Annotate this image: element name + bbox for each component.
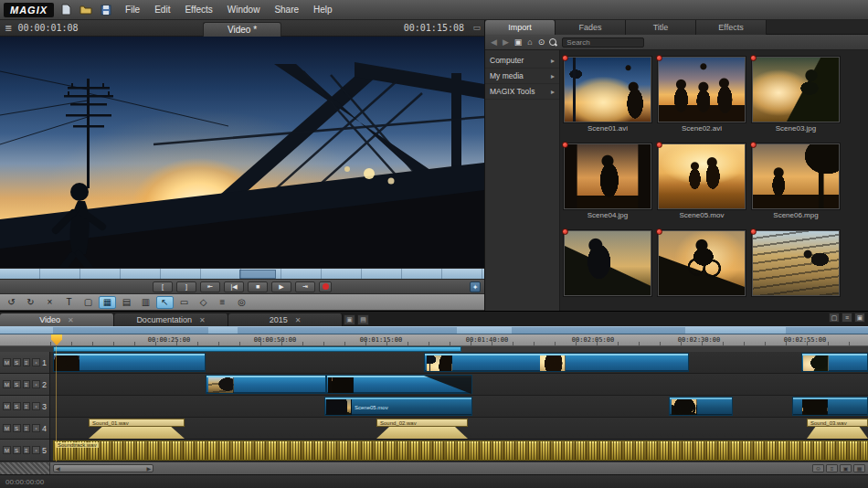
timeline-video-clip[interactable] — [801, 353, 868, 372]
mute-button[interactable]: M — [3, 358, 11, 366]
timeline-video-clip[interactable]: Scene05.mov — [324, 397, 472, 416]
timeline-ruler[interactable]: 00:00:25:0000:00:50:0000:01:15:0000:01:4… — [0, 334, 868, 346]
media-pool-tab-fades[interactable]: Fades — [556, 20, 626, 35]
timeline-video-clip[interactable] — [206, 375, 326, 394]
record-button[interactable] — [319, 281, 332, 292]
timeline-title-clip[interactable]: Sound_01.wav — [89, 419, 185, 439]
timeline-overview-bar[interactable] — [0, 326, 868, 334]
media-thumbnail[interactable]: Scene05.mov — [658, 143, 746, 219]
new-project-icon[interactable] — [58, 3, 74, 17]
redo-button[interactable]: ↻ — [22, 296, 39, 309]
media-thumbnail[interactable]: Scene02.avi — [658, 57, 746, 133]
scrubber-position-handle[interactable] — [239, 270, 276, 279]
scroll-right-icon[interactable]: ▶ — [146, 465, 151, 472]
options-gear-icon[interactable]: ⊙ — [538, 38, 545, 47]
preview-scrubber[interactable] — [0, 268, 484, 280]
media-pool-tab-import[interactable]: Import — [485, 20, 556, 35]
zoom-button-1[interactable]: ≡ — [826, 464, 838, 472]
timeline-video-clip[interactable] — [53, 353, 206, 372]
media-thumbnail-image[interactable] — [564, 143, 651, 209]
stop-button[interactable]: ■ — [248, 281, 268, 292]
media-thumbnail-image[interactable] — [752, 57, 840, 122]
timeline-audio-clip[interactable]: Soundtrack.wav — [53, 440, 868, 461]
hscroll-thumb[interactable]: ◀▶ — [53, 464, 153, 472]
window-button-2[interactable]: ▣ — [854, 313, 865, 323]
media-pool-tab-title[interactable]: Title — [626, 20, 696, 35]
storyboard-mode-button[interactable]: ▤ — [118, 296, 135, 309]
media-thumbnail-image[interactable] — [658, 143, 746, 209]
menu-item-effects[interactable]: Effects — [177, 2, 219, 17]
clip-fade-out[interactable] — [424, 376, 471, 394]
video-preview-monitor[interactable] — [0, 37, 484, 268]
close-icon[interactable]: ✕ — [295, 316, 302, 324]
timeline-video-clip[interactable] — [792, 397, 868, 416]
overview-mode-button[interactable]: ▥ — [137, 296, 154, 309]
mute-button[interactable]: M — [3, 424, 11, 432]
range-end-button[interactable]: ] — [176, 281, 196, 292]
timeline-video-clip[interactable] — [669, 397, 733, 416]
solo-button[interactable]: S — [13, 446, 21, 454]
track-lock-button[interactable]: ▫ — [32, 358, 40, 366]
media-thumbnail[interactable]: Scene04.jpg — [564, 143, 651, 219]
media-thumbnail[interactable]: Scene06.mpg — [752, 143, 840, 219]
mute-button[interactable]: M — [3, 446, 11, 454]
track-lock-button[interactable]: ▫ — [32, 424, 40, 432]
zoom-tool-button[interactable]: ◎ — [233, 296, 250, 309]
menu-item-edit[interactable]: Edit — [147, 2, 177, 17]
track-fx-button[interactable]: ≡ — [23, 424, 31, 432]
timeline-video-clip[interactable] — [326, 375, 472, 394]
forward-icon[interactable]: ▶ — [503, 38, 509, 47]
solo-button[interactable]: S — [13, 402, 21, 410]
zoom-button-2[interactable]: ▣ — [840, 464, 852, 472]
mute-button[interactable]: M — [3, 402, 11, 410]
media-thumbnail[interactable] — [658, 230, 746, 298]
media-thumbnail-image[interactable] — [752, 230, 840, 296]
track-fx-button[interactable]: ≡ — [23, 446, 31, 454]
menu-item-share[interactable]: Share — [267, 2, 306, 17]
timeline-tab-button-1[interactable]: ▤ — [357, 314, 369, 325]
media-thumbnail-image[interactable] — [658, 57, 746, 122]
range-start-button[interactable]: [ — [153, 281, 173, 292]
marker-button[interactable]: ◇ — [195, 296, 212, 309]
tree-item-magix-tools[interactable]: MAGIX Tools▸ — [485, 84, 559, 100]
window-button-0[interactable]: ▢ — [829, 313, 840, 323]
tree-item-computer[interactable]: Computer▸ — [485, 53, 559, 69]
monitor-icon[interactable]: ▣ — [514, 38, 523, 47]
open-folder-icon[interactable] — [78, 3, 94, 17]
timeline-hscrollbar[interactable]: ◀▶ ⊙≡▣▦ — [0, 461, 868, 474]
home-icon[interactable]: ⌂ — [527, 38, 532, 47]
jump-end-button[interactable]: ⇥ — [295, 281, 315, 292]
timeline-video-clip[interactable] — [424, 353, 689, 372]
jump-range-start-button[interactable]: ⇤ — [200, 281, 220, 292]
media-thumbnail-image[interactable] — [564, 57, 651, 122]
timeline-title-clip[interactable]: Sound_03.wav — [807, 419, 868, 439]
tree-item-my-media[interactable]: My media▸ — [485, 69, 559, 84]
track-lock-button[interactable]: ▫ — [32, 446, 40, 454]
delete-button[interactable]: × — [41, 296, 58, 309]
grid-button[interactable]: ≡ — [214, 296, 231, 309]
timeline-title-clip[interactable]: Sound_02.wav — [376, 419, 468, 439]
media-thumbnail[interactable]: Scene01.avi — [564, 57, 651, 133]
save-icon[interactable] — [98, 3, 114, 17]
media-thumbnail[interactable] — [752, 230, 840, 298]
menu-item-window[interactable]: Window — [220, 2, 268, 17]
media-thumbnail-image[interactable] — [752, 143, 840, 209]
track-fx-button[interactable]: ≡ — [23, 380, 31, 388]
media-thumbnail[interactable]: Scene03.jpg — [752, 57, 840, 133]
track-fx-button[interactable]: ≡ — [23, 402, 31, 410]
solo-button[interactable]: S — [13, 424, 21, 432]
split-button[interactable]: ▢ — [79, 296, 97, 309]
media-pool-tab-effects[interactable]: Effects — [696, 20, 767, 35]
jump-start-button[interactable]: |◀ — [224, 281, 244, 292]
timeline-tab-documentation[interactable]: Documentation✕ — [114, 313, 228, 327]
title-button[interactable]: T — [60, 296, 78, 309]
mouse-mode-button[interactable]: ↖ — [156, 296, 174, 309]
preview-menu-icon[interactable]: ≣ — [5, 23, 12, 33]
solo-button[interactable]: S — [13, 358, 21, 366]
track-fx-button[interactable]: ≡ — [23, 358, 31, 366]
search-input[interactable] — [562, 37, 644, 48]
close-icon[interactable]: ✕ — [68, 316, 74, 324]
menu-item-file[interactable]: File — [118, 2, 147, 17]
track-lock-button[interactable]: ▫ — [32, 402, 40, 410]
timeline-tab-2015[interactable]: 2015✕ — [228, 313, 343, 327]
